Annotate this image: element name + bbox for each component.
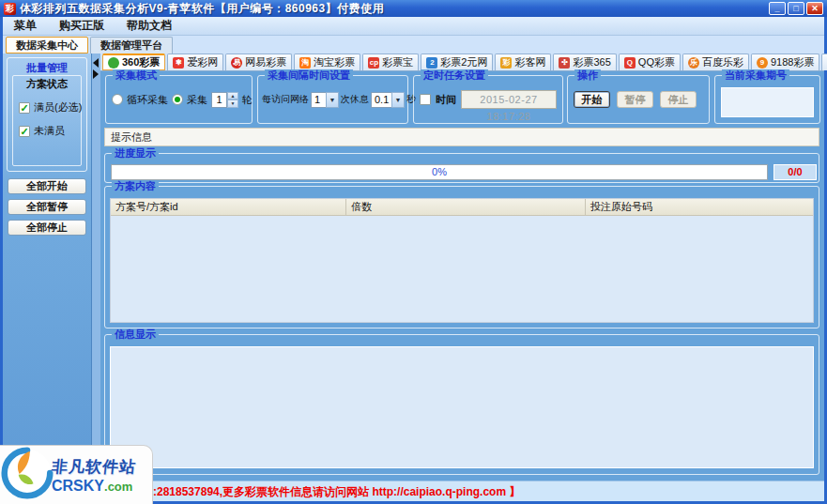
progress-bar: 0%: [111, 164, 768, 180]
radio-label: 循环采集: [127, 93, 168, 107]
crsky-domain-main: CRSKY: [52, 478, 104, 494]
site-tab-label: 9188彩票: [771, 55, 814, 69]
site-tab-caipiao365[interactable]: ✣ 彩票365: [553, 53, 616, 70]
collect-mode-body: 循环采集 采集 1 ▲▼ 轮: [106, 76, 252, 123]
site-tab-2yuan[interactable]: 2 彩票2元网: [421, 53, 493, 70]
sidebar-batch-manage: 批量管理 方案状态 ✓ 满员(必选) ✓ 未满员 全部开始 全部暂停 全部停止: [3, 53, 92, 481]
time-checkbox-label: 时间: [436, 93, 456, 107]
window-controls: _ □ ✕: [769, 2, 823, 15]
operation-body: 开始 暂停 停止: [568, 76, 709, 123]
datetime-field: 2015-02-27 18:17:28: [461, 90, 557, 109]
start-button[interactable]: 开始: [574, 91, 610, 108]
site-tab-qq[interactable]: Q QQ彩票: [619, 53, 681, 70]
checkbox-label: 未满员: [34, 124, 65, 138]
site-tab-label: 彩票2元网: [440, 55, 487, 69]
maximize-icon[interactable]: □: [788, 2, 804, 15]
visits-value: 1: [311, 92, 326, 108]
stepper-arrows[interactable]: ▲▼: [227, 92, 238, 108]
tab-data-collect-center[interactable]: 数据采集中心: [6, 37, 88, 53]
stop-button[interactable]: 停止: [660, 91, 697, 108]
site-tab-taobao[interactable]: 淘 淘宝彩票: [294, 53, 360, 70]
rounds-stepper[interactable]: 1 ▲▼: [211, 92, 238, 108]
info-display-area[interactable]: [110, 346, 814, 468]
title-bar: 彩 体彩排列五数据采集分析V9-青苹软件【用户编号：860963】付费使用 _ …: [0, 0, 827, 17]
site-tab-label: 彩票宝: [382, 55, 413, 69]
360-lottery-icon: [108, 57, 119, 69]
interval-label-middle: 次休息: [341, 93, 369, 106]
column-bet-numbers[interactable]: 投注原始号码: [585, 199, 813, 215]
site-tab-aicai[interactable]: ✱ 爱彩网: [167, 53, 223, 70]
site-tab-label: 彩票365: [573, 55, 610, 69]
radio-loop-collect[interactable]: [112, 94, 123, 105]
2yuan-lottery-icon: 2: [426, 57, 437, 69]
plan-status-title: 方案状态: [13, 77, 81, 91]
site-tab-caike[interactable]: 彩 彩客网: [495, 53, 551, 70]
expand-right-icon[interactable]: [93, 69, 99, 79]
crsky-site-name: 非凡软件站: [51, 456, 137, 478]
chevron-down-icon[interactable]: ▼: [391, 92, 405, 108]
caike-icon: 彩: [500, 57, 512, 69]
site-tab-360caipiao[interactable]: 360彩票: [102, 53, 165, 70]
netease-lottery-icon: 易: [231, 57, 242, 69]
site-tab-label: QQ彩票: [638, 55, 675, 69]
stop-all-button[interactable]: 全部停止: [8, 220, 86, 236]
tab-data-manage-platform[interactable]: 数据管理平台: [90, 37, 173, 53]
taobao-lottery-icon: 淘: [299, 57, 311, 69]
timer-task-body: 时间 2015-02-27 18:17:28: [414, 76, 562, 123]
site-tab-caipiaobao[interactable]: cp 彩票宝: [362, 53, 419, 70]
menu-item-main[interactable]: 菜单: [3, 17, 48, 35]
site-tab-sogou[interactable]: 8 搜狗彩票: [821, 53, 827, 70]
sidebar-splitter[interactable]: [92, 53, 100, 481]
site-tab-netease[interactable]: 易 网易彩票: [225, 53, 292, 70]
current-issue-field: [721, 87, 814, 117]
batch-manage-title: 批量管理: [8, 61, 86, 75]
app-window: 彩 体彩排列五数据采集分析V9-青苹软件【用户编号：860963】付费使用 _ …: [0, 0, 827, 504]
progress-counter: 0/0: [773, 164, 817, 180]
checkbox-full-members[interactable]: ✓ 满员(必选): [19, 100, 81, 115]
close-icon[interactable]: ✕: [806, 2, 823, 15]
rounds-unit-label: 轮: [242, 93, 253, 107]
timer-task-group: 定时任务设置 时间 2015-02-27 18:17:28: [413, 75, 563, 124]
info-display-group: 信息显示: [104, 334, 819, 475]
checkbox-checked-icon[interactable]: ✓: [19, 126, 30, 137]
column-multiple[interactable]: 倍数: [345, 199, 585, 215]
site-tab-9188[interactable]: 9 9188彩票: [751, 53, 819, 70]
plan-content-title: 方案内容: [112, 180, 159, 192]
main-panel: 360彩票 ✱ 爱彩网 易 网易彩票 淘 淘宝彩票 cp 彩票宝 2 彩票2元网: [100, 53, 824, 481]
progress-group: 进度显示 0% 0/0: [104, 153, 819, 183]
site-tab-label: 网易彩票: [245, 55, 286, 69]
collapse-left-icon[interactable]: [93, 58, 99, 68]
interval-label-before: 每访问网络: [262, 93, 309, 106]
time-checkbox[interactable]: [420, 94, 431, 105]
plan-table[interactable]: 方案号/方案id 倍数 投注原始号码: [110, 198, 814, 323]
prompt-info-bar: 提示信息: [104, 128, 819, 146]
visits-select[interactable]: 1 ▼: [311, 92, 339, 108]
menu-item-buy[interactable]: 购买正版: [48, 17, 115, 35]
menu-item-help[interactable]: 帮助文档: [115, 17, 183, 35]
start-all-button[interactable]: 全部开始: [8, 178, 86, 194]
info-display-title: 信息显示: [112, 328, 159, 341]
site-tab-baidu[interactable]: 乐 百度乐彩: [682, 53, 749, 70]
batch-manage-groupbox: 批量管理 方案状态 ✓ 满员(必选) ✓ 未满员: [7, 57, 87, 172]
crsky-domain: CRSKY.com: [52, 478, 136, 495]
checkbox-not-full[interactable]: ✓ 未满员: [19, 124, 81, 138]
checkbox-checked-icon[interactable]: ✓: [19, 102, 30, 114]
crsky-watermark: 非凡软件站 CRSKY.com: [0, 445, 153, 504]
stepper-down-icon[interactable]: ▼: [227, 99, 238, 108]
minimize-icon[interactable]: _: [769, 2, 786, 15]
rounds-value[interactable]: 1: [211, 92, 227, 108]
plan-content-group: 方案内容 方案号/方案id 倍数 投注原始号码: [104, 186, 819, 328]
site-tab-label: 淘宝彩票: [314, 55, 355, 69]
chevron-down-icon[interactable]: ▼: [326, 92, 339, 108]
current-issue-group: 当前采集期号: [714, 75, 820, 124]
pause-all-button[interactable]: 全部暂停: [8, 199, 86, 215]
aicai-icon: ✱: [173, 57, 184, 69]
pause-button[interactable]: 暂停: [617, 91, 653, 108]
window-title: 体彩排列五数据采集分析V9-青苹软件【用户编号：860963】付费使用: [20, 1, 384, 17]
stepper-up-icon[interactable]: ▲: [227, 92, 238, 100]
radio-collect-rounds[interactable]: [172, 94, 183, 105]
checkbox-label: 满员(必选): [34, 100, 82, 115]
radio-label: 采集: [187, 93, 207, 107]
column-plan-id[interactable]: 方案号/方案id: [111, 199, 345, 215]
rest-select[interactable]: 0.1 ▼: [371, 92, 405, 108]
